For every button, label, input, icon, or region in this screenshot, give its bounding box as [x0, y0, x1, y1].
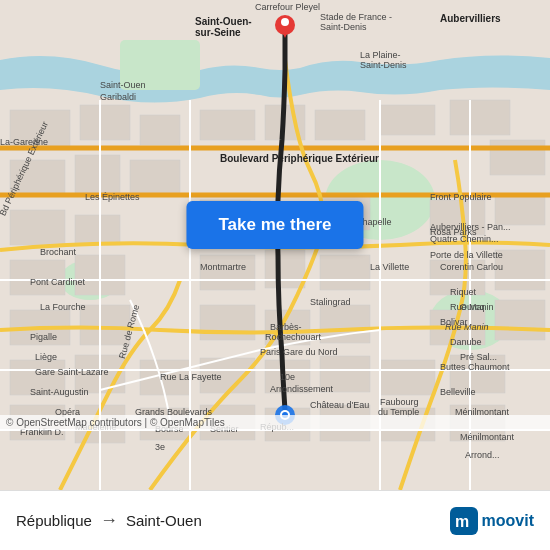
svg-text:Les Épinettes: Les Épinettes — [85, 192, 140, 202]
svg-text:Riquet: Riquet — [450, 287, 477, 297]
svg-rect-11 — [200, 110, 255, 140]
svg-text:Ménilmontant: Ménilmontant — [460, 432, 515, 442]
svg-text:Pigalle: Pigalle — [30, 332, 57, 342]
map-container: Saint-Ouen- sur-Seine Stade de France - … — [0, 0, 550, 490]
svg-rect-33 — [200, 305, 255, 340]
svg-text:Danube: Danube — [450, 337, 482, 347]
route-to: Saint-Ouen — [126, 512, 202, 529]
svg-text:10e: 10e — [280, 372, 295, 382]
svg-text:Paris Gare du Nord: Paris Gare du Nord — [260, 347, 338, 357]
svg-text:Belleville: Belleville — [440, 387, 476, 397]
svg-text:Château d'Eau: Château d'Eau — [310, 400, 369, 410]
svg-text:Saint-Denis: Saint-Denis — [320, 22, 367, 32]
svg-text:Rue La Fayette: Rue La Fayette — [160, 372, 222, 382]
svg-text:Rue Manin: Rue Manin — [450, 302, 494, 312]
svg-text:Arrondissement: Arrondissement — [270, 384, 334, 394]
svg-text:Rue Manin: Rue Manin — [445, 322, 489, 332]
svg-rect-28 — [320, 255, 370, 290]
svg-rect-15 — [450, 100, 510, 135]
svg-text:Porte de la Villette: Porte de la Villette — [430, 250, 503, 260]
svg-rect-7 — [140, 115, 180, 145]
svg-rect-37 — [495, 300, 545, 340]
svg-text:Brochant: Brochant — [40, 247, 77, 257]
svg-text:3e: 3e — [155, 442, 165, 452]
svg-rect-6 — [80, 105, 130, 140]
svg-rect-9 — [75, 155, 120, 193]
svg-text:La Fourche: La Fourche — [40, 302, 86, 312]
svg-rect-16 — [490, 140, 545, 175]
svg-text:Boulevard Périphérique Extérie: Boulevard Périphérique Extérieur — [220, 153, 379, 164]
svg-text:Gare Saint-Lazare: Gare Saint-Lazare — [35, 367, 109, 377]
svg-rect-44 — [380, 360, 435, 395]
svg-text:Saint-Ouen-: Saint-Ouen- — [195, 16, 252, 27]
moovit-logo-icon: m — [450, 507, 478, 535]
svg-text:Arrond...: Arrond... — [465, 450, 500, 460]
svg-text:Montmartre: Montmartre — [200, 262, 246, 272]
svg-text:Aubervilliers - Pan...: Aubervilliers - Pan... — [430, 222, 511, 232]
svg-rect-10 — [130, 160, 180, 195]
svg-text:Aubervilliers: Aubervilliers — [440, 13, 501, 24]
footer-bar: République → Saint-Ouen m moovit — [0, 490, 550, 550]
svg-text:sur-Seine: sur-Seine — [195, 27, 241, 38]
svg-rect-18 — [75, 215, 120, 245]
svg-text:Stalingrad: Stalingrad — [310, 297, 351, 307]
svg-text:Pont Cardinet: Pont Cardinet — [30, 277, 86, 287]
svg-text:Liège: Liège — [35, 352, 57, 362]
route-arrow: → — [100, 510, 118, 531]
copyright-bar: © OpenStreetMap contributors | © OpenMap… — [0, 415, 550, 430]
svg-text:Front Populaire: Front Populaire — [430, 192, 492, 202]
svg-rect-17 — [10, 210, 65, 245]
svg-rect-27 — [265, 250, 305, 288]
moovit-logo: m moovit — [450, 507, 534, 535]
svg-text:Saint-Ouen: Saint-Ouen — [100, 80, 146, 90]
svg-text:Saint-Denis: Saint-Denis — [360, 60, 407, 70]
svg-text:Stade de France -: Stade de France - — [320, 12, 392, 22]
copyright-text: © OpenStreetMap contributors | © OpenMap… — [6, 417, 225, 428]
take-me-there-button[interactable]: Take me there — [186, 201, 363, 249]
svg-rect-26 — [200, 255, 255, 290]
moovit-text: moovit — [482, 512, 534, 530]
svg-text:Faubourg: Faubourg — [380, 397, 419, 407]
svg-text:Barbès-: Barbès- — [270, 322, 302, 332]
svg-text:Rochechouart: Rochechouart — [265, 332, 322, 342]
svg-text:m: m — [455, 513, 469, 530]
route-info: République → Saint-Ouen — [16, 510, 202, 531]
svg-rect-14 — [380, 105, 435, 135]
svg-rect-13 — [315, 110, 365, 140]
svg-text:Saint-Augustin: Saint-Augustin — [30, 387, 89, 397]
svg-point-68 — [281, 18, 289, 26]
svg-text:La Plaine-: La Plaine- — [360, 50, 401, 60]
svg-text:Corentin Carlou: Corentin Carlou — [440, 262, 503, 272]
svg-text:La Villette: La Villette — [370, 262, 409, 272]
svg-text:Pré Sal...: Pré Sal... — [460, 352, 497, 362]
svg-text:Carrefour Pleyel: Carrefour Pleyel — [255, 2, 320, 12]
route-from: République — [16, 512, 92, 529]
svg-rect-23 — [495, 195, 545, 225]
svg-text:Garibaldi: Garibaldi — [100, 92, 136, 102]
svg-text:Quatre Chemin...: Quatre Chemin... — [430, 234, 499, 244]
svg-text:Buttes Chaumont: Buttes Chaumont — [440, 362, 510, 372]
